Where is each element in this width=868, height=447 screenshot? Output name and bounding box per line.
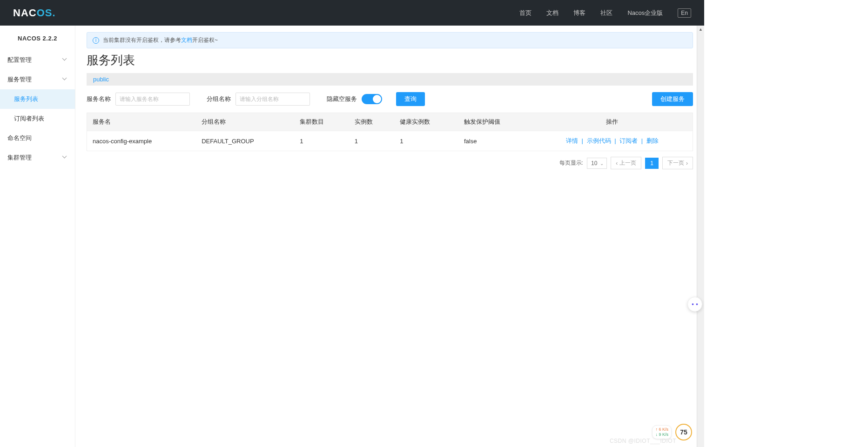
cell-actions: 详情 | 示例代码 | 订阅者 | 删除 — [532, 131, 693, 151]
network-badge: ↑ 6 K/s ↓ 9 K/s — [652, 425, 672, 439]
sidebar-item-label: 服务列表 — [14, 95, 38, 103]
main-content: i 当前集群没有开启鉴权，请参考 文档 开启鉴权~ 服务列表 public 服务… — [75, 26, 704, 447]
scroll-up-icon[interactable]: ▲ — [697, 26, 704, 33]
score-circle[interactable]: 75 — [675, 424, 692, 440]
prev-label: 上一页 — [619, 159, 636, 167]
col-threshold: 触发保护阈值 — [458, 113, 532, 131]
action-sample-code[interactable]: 示例代码 — [587, 137, 611, 144]
nav-home[interactable]: 首页 — [519, 9, 532, 17]
service-table: 服务名 分组名称 集群数目 实例数 健康实例数 触发保护阈值 操作 nacos-… — [87, 113, 693, 151]
nav-community[interactable]: 社区 — [600, 9, 612, 17]
nav-enterprise[interactable]: Nacos企业版 — [627, 9, 663, 17]
chat-widget[interactable] — [687, 297, 702, 312]
sidebar-item-namespace[interactable]: 命名空间 — [0, 128, 75, 148]
alert-docs-link[interactable]: 文档 — [181, 36, 192, 44]
nav-docs[interactable]: 文档 — [546, 9, 558, 17]
col-actions: 操作 — [532, 113, 693, 131]
service-name-label: 服务名称 — [87, 95, 111, 103]
score-value: 75 — [680, 428, 687, 436]
hide-empty-label: 隐藏空服务 — [327, 95, 357, 103]
svg-point-0 — [692, 303, 694, 305]
cell-healthy-count: 1 — [394, 131, 458, 151]
alert-text-before: 当前集群没有开启鉴权，请参考 — [103, 36, 181, 44]
table-header-row: 服务名 分组名称 集群数目 实例数 健康实例数 触发保护阈值 操作 — [87, 113, 693, 131]
next-page-button[interactable]: 下一页 — [662, 157, 693, 169]
page-1-button[interactable]: 1 — [645, 158, 659, 169]
chevron-down-icon — [63, 58, 67, 62]
sidebar-item-label: 配置管理 — [7, 56, 32, 64]
action-sep: | — [614, 137, 616, 144]
page-title: 服务列表 — [87, 52, 693, 68]
sidebar-item-subscribers[interactable]: 订阅者列表 — [0, 109, 75, 128]
top-header: NACOS. 首页 文档 博客 社区 Nacos企业版 En — [0, 0, 704, 26]
service-name-input[interactable] — [115, 93, 190, 106]
net-up: ↑ 6 K/s — [655, 427, 668, 432]
col-instance-count: 实例数 — [349, 113, 394, 131]
per-page-label: 每页显示: — [559, 159, 583, 167]
group-name-label: 分组名称 — [207, 95, 231, 103]
filter-bar: 服务名称 分组名称 隐藏空服务 查询 创建服务 — [87, 86, 693, 113]
col-group-name: 分组名称 — [196, 113, 294, 131]
action-sep: | — [641, 137, 643, 144]
action-subscribers[interactable]: 订阅者 — [619, 137, 638, 144]
sidebar-title: NACOS 2.2.2 — [0, 35, 75, 42]
logo[interactable]: NACOS. — [13, 7, 56, 19]
watermark: CSDN @IDIOT___IDIOT — [610, 438, 676, 444]
cell-instance-count: 1 — [349, 131, 394, 151]
sidebar-item-label: 服务管理 — [7, 75, 32, 84]
chevron-down-icon — [63, 77, 67, 82]
sidebar-item-label: 命名空间 — [7, 134, 32, 142]
sidebar-item-service-mgmt[interactable]: 服务管理 — [0, 70, 75, 89]
chevron-down-icon — [63, 155, 67, 160]
action-delete[interactable]: 删除 — [646, 137, 659, 144]
cell-service-name: nacos-config-example — [87, 131, 196, 151]
per-page-value: 10 — [591, 160, 597, 167]
cell-group-name: DEFAULT_GROUP — [196, 131, 294, 151]
table-row: nacos-config-example DEFAULT_GROUP 1 1 1… — [87, 131, 693, 151]
sidebar-item-service-list[interactable]: 服务列表 — [0, 89, 75, 109]
group-name-input[interactable] — [236, 93, 310, 106]
nav-blog[interactable]: 博客 — [573, 9, 585, 17]
sidebar: NACOS 2.2.2 配置管理 服务管理 服务列表 订阅者列表 命名空间 集群… — [0, 26, 75, 447]
hide-empty-toggle[interactable] — [362, 94, 382, 104]
scrollbar[interactable]: ▲ — [697, 26, 704, 447]
sidebar-item-cluster[interactable]: 集群管理 — [0, 148, 75, 167]
logo-dot: . — [52, 7, 55, 19]
action-sep: | — [582, 137, 583, 144]
alert-text-after: 开启鉴权~ — [192, 36, 218, 44]
chevron-down-icon: ⌄ — [600, 160, 604, 166]
namespace-bar: public — [87, 73, 693, 86]
sidebar-item-label: 集群管理 — [7, 153, 32, 162]
chat-icon — [691, 301, 699, 307]
query-button[interactable]: 查询 — [396, 92, 425, 106]
action-detail[interactable]: 详情 — [566, 137, 578, 144]
cell-cluster-count: 1 — [294, 131, 349, 151]
sidebar-item-label: 订阅者列表 — [14, 114, 44, 123]
cell-threshold: false — [458, 131, 532, 151]
auth-alert: i 当前集群没有开启鉴权，请参考 文档 开启鉴权~ — [87, 32, 693, 48]
namespace-public[interactable]: public — [93, 76, 109, 83]
logo-text-co: OS — [37, 7, 53, 19]
create-service-button[interactable]: 创建服务 — [652, 92, 693, 106]
col-healthy-count: 健康实例数 — [394, 113, 458, 131]
top-nav: 首页 文档 博客 社区 Nacos企业版 En — [519, 8, 691, 18]
prev-page-button[interactable]: 上一页 — [611, 157, 641, 169]
sidebar-item-config[interactable]: 配置管理 — [0, 50, 75, 70]
language-toggle[interactable]: En — [678, 8, 691, 18]
net-down: ↓ 9 K/s — [655, 432, 668, 437]
per-page-select[interactable]: 10 ⌄ — [587, 158, 607, 169]
svg-point-1 — [696, 303, 698, 305]
next-label: 下一页 — [667, 159, 684, 167]
col-cluster-count: 集群数目 — [294, 113, 349, 131]
logo-text-pre: NAC — [13, 7, 37, 19]
pagination: 每页显示: 10 ⌄ 上一页 1 下一页 — [87, 157, 693, 169]
col-service-name: 服务名 — [87, 113, 196, 131]
info-icon: i — [93, 37, 99, 44]
